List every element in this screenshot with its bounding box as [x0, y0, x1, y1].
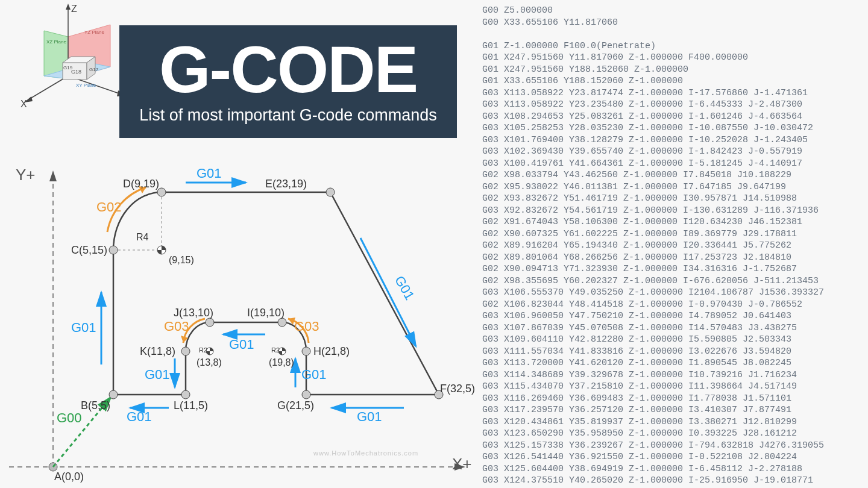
svg-point-34 — [326, 188, 335, 196]
cmd-g01-bottom2: G01 — [357, 409, 382, 425]
svg-point-32 — [109, 246, 118, 254]
point-B: B(5,5) — [81, 399, 110, 412]
point-F: F(32,5) — [440, 383, 475, 395]
banner-subtitle: List of most important G-code commands — [137, 106, 439, 125]
cmd-g01-inner3: G01 — [301, 367, 327, 383]
title-banner: G-CODE List of most important G-code com… — [119, 25, 457, 138]
center1: (9,15) — [169, 255, 194, 266]
cmd-g01-inner1: G01 — [229, 337, 254, 352]
cmd-g03-right: G03 — [294, 319, 319, 334]
svg-point-38 — [278, 318, 286, 327]
z-axis-label: Z — [71, 4, 77, 14]
point-A: A(0,0) — [54, 471, 84, 483]
point-G: G(21,5) — [277, 399, 314, 412]
svg-point-36 — [302, 390, 310, 399]
svg-text:G17: G17 — [89, 67, 99, 72]
point-C: C(5,15) — [71, 244, 107, 257]
svg-point-39 — [206, 318, 214, 327]
label-R2b: R2 — [271, 346, 280, 354]
point-I: I(19,10) — [247, 307, 285, 319]
label-R4: R4 — [136, 232, 148, 243]
point-J: J(13,10) — [174, 307, 213, 319]
cmd-g01-inner2: G01 — [145, 367, 170, 383]
svg-line-2 — [28, 76, 68, 100]
banner-title: G-CODE — [137, 36, 439, 102]
svg-point-40 — [181, 347, 190, 355]
x-axis-label: X — [20, 99, 27, 109]
x-axis-plus: X+ — [452, 455, 472, 474]
svg-point-37 — [302, 347, 310, 355]
svg-point-31 — [109, 390, 118, 399]
y-axis-plus: Y+ — [16, 166, 36, 184]
svg-marker-1 — [66, 4, 71, 10]
center2: (13,8) — [197, 357, 222, 368]
point-H: H(21,8) — [313, 345, 350, 358]
cmd-g01-top: G01 — [197, 166, 222, 181]
center3: (19,8) — [269, 357, 294, 368]
cmd-g02: G02 — [96, 199, 122, 215]
path-diagram: Y+ X+ A(0,0) B(5,5) C(5,15) D(9,19) E(23… — [6, 166, 476, 485]
cmd-g00: G00 — [57, 410, 82, 426]
point-E: E(23,19) — [265, 178, 307, 190]
gcode-listing: G00 Z5.000000 G00 X33.655106 Y11.817060 … — [482, 5, 868, 487]
svg-text:XZ Plane: XZ Plane — [46, 39, 66, 45]
svg-text:YZ Plane: YZ Plane — [84, 30, 104, 35]
label-R2a: R2 — [199, 346, 207, 354]
svg-point-41 — [181, 390, 190, 399]
svg-text:G19: G19 — [63, 65, 73, 70]
watermark: www.HowToMechatronics.com — [313, 449, 418, 457]
axes-cube-diagram: G18 G17 G19 XZ Plane YZ Plane XY Plane Z… — [11, 4, 131, 118]
cmd-g01-bottom1: G01 — [127, 409, 152, 425]
svg-text:XY Plane: XY Plane — [76, 83, 96, 88]
point-L: L(11,5) — [174, 399, 208, 412]
svg-text:G18: G18 — [71, 69, 81, 75]
cmd-g03-left: G03 — [164, 319, 189, 334]
cmd-g01-left: G01 — [71, 320, 96, 336]
point-D: D(9,19) — [123, 178, 159, 190]
point-K: K(11,8) — [140, 345, 175, 358]
